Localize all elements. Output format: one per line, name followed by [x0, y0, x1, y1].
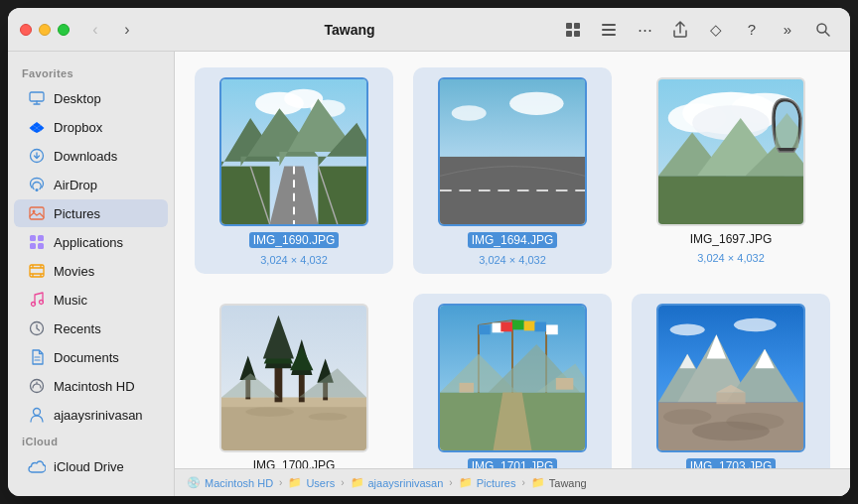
breadcrumb-macintosh[interactable]: 💿 Macintosh HD — [187, 476, 273, 489]
forward-button[interactable]: › — [113, 16, 141, 44]
file-name-4: IMG_1701.JPG — [468, 458, 558, 468]
navigation-buttons: ‹ › — [81, 16, 141, 44]
sidebar-item-label: Applications — [54, 235, 123, 250]
dropbox-icon — [28, 118, 46, 136]
breadcrumb-pictures-label: Pictures — [477, 477, 516, 489]
file-item-2[interactable]: IMG_1697.JPG 3,024 × 4,032 — [632, 67, 830, 274]
breadcrumb-user[interactable]: 📁 ajaaysrinivasan — [351, 476, 444, 489]
file-item-1[interactable]: IMG_1694.JPG 3,024 × 4,032 — [413, 67, 612, 274]
view-list-button[interactable] — [594, 15, 624, 45]
thumbnail-2 — [656, 77, 805, 226]
svg-rect-85 — [500, 322, 512, 332]
breadcrumb-tawang-label: Tawang — [549, 477, 587, 489]
breadcrumb-sep-0: › — [279, 477, 282, 488]
file-item-4[interactable]: IMG_1701.JPG 3,024 × 4,032 — [413, 294, 612, 468]
sidebar-item-recents[interactable]: Recents — [14, 315, 168, 342]
sidebar-item-airdrop[interactable]: AirDrop — [14, 171, 168, 198]
icloud-label: iCloud — [8, 430, 174, 451]
svg-rect-87 — [524, 321, 536, 331]
sidebar-item-macintosh[interactable]: Macintosh HD — [14, 372, 168, 400]
svg-point-10 — [36, 189, 39, 191]
sidebar-item-music[interactable]: Music — [14, 286, 168, 314]
svg-rect-1 — [574, 23, 580, 29]
sidebar-item-documents[interactable]: Documents — [14, 343, 168, 371]
svg-rect-13 — [30, 235, 36, 241]
thumbnail-3 — [219, 304, 368, 452]
tag-button[interactable]: ◇ — [701, 15, 731, 45]
sidebar-item-pictures[interactable]: Pictures — [14, 199, 168, 227]
pictures-icon — [28, 204, 46, 222]
maximize-button[interactable] — [58, 24, 70, 36]
close-button[interactable] — [20, 24, 32, 36]
statusbar: 💿 Macintosh HD › 📁 Users › 📁 ajaaysriniv… — [175, 468, 850, 496]
file-name-2: IMG_1697.JPG — [690, 232, 773, 246]
share-button[interactable] — [665, 15, 695, 45]
titlebar: ‹ › Tawang ⋯ — [8, 8, 850, 52]
window-body: Favorites Desktop — [8, 52, 850, 496]
svg-rect-83 — [479, 324, 491, 334]
svg-rect-34 — [318, 167, 366, 224]
file-item-3[interactable]: IMG_1700.JPG 3,024 × 4,032 — [195, 294, 393, 468]
search-button[interactable] — [808, 15, 838, 45]
sidebar-item-icloud-drive[interactable]: iCloud Drive — [14, 452, 168, 480]
svg-point-76 — [309, 413, 348, 421]
thumbnail-4 — [438, 304, 587, 452]
sidebar-item-dropbox[interactable]: Dropbox — [14, 113, 168, 141]
sidebar-item-desktop[interactable]: Desktop — [14, 84, 168, 112]
breadcrumb-users-label: Users — [306, 477, 335, 489]
svg-rect-86 — [512, 320, 524, 330]
sidebar-item-label: Dropbox — [54, 120, 102, 135]
svg-rect-16 — [38, 243, 44, 249]
user-icon — [28, 406, 46, 424]
thumbnail-5 — [656, 304, 805, 452]
file-grid: IMG_1690.JPG 3,024 × 4,032 — [175, 52, 850, 468]
svg-rect-11 — [30, 207, 44, 219]
sidebar-item-label: Movies — [54, 264, 94, 279]
sidebar-item-label: iCloud Drive — [54, 459, 124, 474]
breadcrumb-tawang[interactable]: 📁 Tawang — [531, 476, 587, 489]
file-name-5: IMG_1703.JPG — [686, 458, 777, 468]
svg-rect-3 — [574, 31, 580, 37]
file-dims-2: 3,024 × 4,032 — [697, 252, 765, 264]
file-item-0[interactable]: IMG_1690.JPG 3,024 × 4,032 — [195, 67, 393, 274]
back-button[interactable]: ‹ — [81, 16, 109, 44]
help-button[interactable]: ? — [737, 15, 767, 45]
sidebar-item-label: Recents — [54, 321, 101, 336]
file-item-5[interactable]: IMG_1703.JPG 3,024 × 4,032 — [632, 294, 830, 468]
desktop-icon — [28, 89, 46, 107]
sidebar-item-label: Desktop — [54, 91, 101, 106]
svg-point-98 — [670, 323, 705, 335]
view-icon-button[interactable] — [558, 15, 588, 45]
thumbnail-0 — [219, 77, 368, 226]
file-dims-0: 3,024 × 4,032 — [260, 254, 328, 266]
file-name-0: IMG_1690.JPG — [249, 232, 340, 248]
svg-rect-110 — [716, 393, 745, 405]
svg-rect-5 — [602, 29, 616, 31]
breadcrumb-sep-2: › — [449, 477, 452, 488]
sidebar-item-downloads[interactable]: Downloads — [14, 142, 168, 170]
svg-rect-33 — [221, 167, 270, 224]
thumbnail-1 — [438, 77, 587, 226]
breadcrumb-pictures[interactable]: 📁 Pictures — [459, 476, 516, 489]
svg-point-22 — [34, 409, 41, 416]
svg-point-19 — [40, 301, 44, 305]
action-menu-button[interactable]: ⋯ — [630, 15, 659, 45]
sidebar-item-label: Music — [54, 293, 87, 308]
main-content: IMG_1690.JPG 3,024 × 4,032 — [175, 52, 850, 496]
svg-rect-65 — [299, 373, 305, 402]
svg-rect-14 — [38, 235, 44, 241]
macintosh-bc-icon: 💿 — [187, 476, 201, 489]
breadcrumb-macintosh-label: Macintosh HD — [205, 477, 273, 489]
toolbar-actions: ⋯ ◇ ? » — [558, 15, 838, 45]
sidebar-item-applications[interactable]: Applications — [14, 228, 168, 256]
downloads-icon — [28, 147, 46, 165]
more-button[interactable]: » — [773, 15, 802, 45]
minimize-button[interactable] — [39, 24, 51, 36]
sidebar-item-movies[interactable]: Movies — [14, 257, 168, 285]
svg-rect-96 — [556, 378, 574, 390]
svg-rect-15 — [30, 243, 36, 249]
sidebar-item-user[interactable]: ajaaysrinivasan — [14, 401, 168, 429]
sidebar-item-label: Documents — [54, 350, 119, 365]
breadcrumb-users[interactable]: 📁 Users — [288, 476, 335, 489]
svg-rect-95 — [459, 383, 474, 393]
